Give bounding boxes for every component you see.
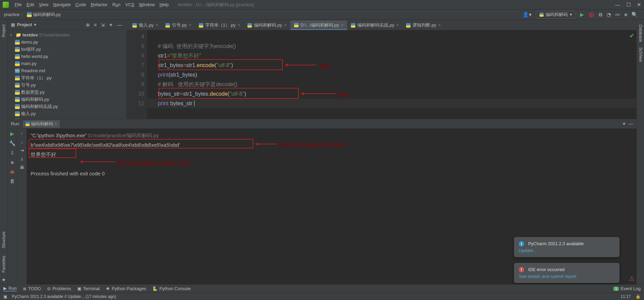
status-window-icon[interactable]: ▣	[3, 294, 7, 299]
menu-refactor[interactable]: Refactor	[88, 2, 110, 7]
print-button[interactable]: 🖶	[20, 165, 24, 170]
profile-button[interactable]: ◔	[605, 12, 613, 18]
file-name: 数据类型.py	[21, 89, 45, 95]
hide-panel-icon[interactable]: —	[116, 22, 123, 28]
project-tree[interactable]: ▾ 📁 testdev D:\code\testdev demo.pyfor循环…	[7, 30, 126, 119]
editor-tab[interactable]: D:\...\编码和解码.py×	[290, 20, 347, 30]
tree-file[interactable]: 输入.py	[7, 110, 126, 117]
editor-code[interactable]: # 编码 使用的关键字为encode() str1="世界您不好" str1_b…	[147, 30, 637, 119]
rerun-button[interactable]: ▶	[10, 131, 14, 137]
editor-tab[interactable]: 编码和解码实战.py×	[347, 20, 402, 30]
editor-tab[interactable]: 编码和解码.py×	[244, 20, 290, 30]
minimize-button[interactable]: —	[615, 2, 620, 8]
favorites-star-icon[interactable]: ★	[2, 277, 6, 282]
user-icon[interactable]: 👤▾	[520, 12, 534, 18]
maximize-button[interactable]: ☐	[626, 2, 631, 8]
tree-root[interactable]: ▾ 📁 testdev D:\code\testdev	[7, 31, 126, 38]
menu-edit[interactable]: Edit	[24, 2, 36, 7]
tool-database[interactable]: Database	[638, 22, 644, 45]
menu-vcs[interactable]: VCS	[123, 2, 137, 7]
close-icon[interactable]: ×	[238, 23, 240, 28]
run-config-selector[interactable]: 编码和解码 ▾	[536, 11, 576, 19]
editor-tab[interactable]: 字符串（1）.py×	[195, 20, 244, 30]
run-settings-icon[interactable]: ✶	[622, 121, 626, 126]
tree-file[interactable]: for循环.py	[7, 46, 126, 53]
stop-button[interactable]: ■	[11, 159, 14, 165]
run-hide-icon[interactable]: —	[629, 121, 633, 126]
tool-favorites[interactable]: Favorites	[1, 253, 7, 275]
tool-sciview[interactable]: SciView	[638, 45, 644, 64]
event-log-button[interactable]: 1 Event Log	[613, 286, 641, 291]
trash-button[interactable]: 🗑	[10, 178, 15, 184]
tree-file[interactable]: hello world.py	[7, 53, 126, 60]
console-output[interactable]: "C:\python 3\python.exe" D:/code/practic…	[27, 129, 637, 284]
tree-file[interactable]: 输出.py	[7, 117, 126, 119]
menu-view[interactable]: View	[36, 2, 51, 7]
lock-icon[interactable]: 🔒	[635, 294, 641, 299]
cursor-position[interactable]: 11:17	[621, 294, 631, 299]
menu-help[interactable]: Help	[157, 2, 171, 7]
expand-icon[interactable]: ⇲	[100, 22, 106, 28]
tree-file[interactable]: 编码和解码实战.py	[7, 103, 126, 110]
scroll-end-button[interactable]: ⤓	[20, 156, 24, 161]
bottom-problems[interactable]: ⊘ Problems	[47, 286, 71, 291]
tree-file[interactable]: main.py	[7, 60, 126, 67]
editor-tab[interactable]: 输入.py×	[129, 20, 162, 30]
menu-code[interactable]: Code	[73, 2, 88, 7]
stop-button[interactable]: ■	[622, 12, 629, 17]
tool-structure[interactable]: Structure	[1, 229, 7, 251]
close-icon[interactable]: ×	[396, 23, 399, 28]
close-icon[interactable]: ×	[156, 23, 158, 28]
error-indicator-icon[interactable]: ⚠	[629, 275, 634, 282]
bottom-terminal[interactable]: ▣ Terminal	[77, 286, 100, 291]
settings-icon[interactable]: ✶	[108, 22, 114, 28]
close-icon[interactable]: ×	[54, 121, 57, 126]
close-icon[interactable]: ×	[438, 23, 441, 28]
run-button[interactable]: ▶	[578, 12, 586, 18]
bottom-console[interactable]: 🐍 Python Console	[152, 286, 191, 291]
close-button[interactable]: ✕	[637, 2, 641, 8]
project-header[interactable]: Project	[17, 22, 32, 27]
bottom-todo[interactable]: ≣ TODO	[23, 286, 41, 291]
tree-file[interactable]: 字符串（1）.py	[7, 74, 126, 81]
close-icon[interactable]: ×	[341, 23, 343, 28]
close-icon[interactable]: ×	[189, 23, 191, 28]
soft-wrap-button[interactable]: ⇥	[20, 148, 24, 153]
error-link[interactable]: See details and submit report	[519, 274, 615, 279]
tree-file[interactable]: demo.py	[7, 38, 126, 46]
breadcrumb-root[interactable]: practice	[4, 12, 20, 17]
menu-window[interactable]: Window	[136, 2, 157, 7]
status-message[interactable]: PyCharm 2021.2.3 available // Update... …	[12, 294, 116, 299]
debug-button[interactable]: 🐞	[586, 12, 597, 18]
up-stack-button[interactable]: ↑	[21, 131, 23, 136]
menu-file[interactable]: File	[12, 2, 24, 7]
editor-tab[interactable]: 逻辑判断.py×	[402, 20, 444, 30]
editor-tab[interactable]: 引号.py×	[162, 20, 195, 30]
run-tab[interactable]: 编码和解码 ×	[23, 120, 60, 128]
collapse-icon[interactable]: ≡	[93, 22, 98, 28]
breadcrumb-file[interactable]: 编码和解码.py	[33, 12, 61, 18]
tree-file[interactable]: 编码和解码.py	[7, 96, 126, 103]
tree-file[interactable]: 引号.py	[7, 81, 126, 89]
bottom-packages[interactable]: ❖ Python Packages	[106, 286, 146, 291]
chevron-down-icon[interactable]: ▾	[34, 22, 36, 27]
tool-project[interactable]: Project	[1, 22, 7, 40]
concurrency-button[interactable]: ≔	[613, 12, 622, 18]
target-icon[interactable]: ⊕	[85, 22, 91, 28]
coverage-button[interactable]: ⧉	[597, 12, 605, 18]
checkmark-icon[interactable]: ✔	[629, 32, 634, 40]
update-link[interactable]: Update...	[519, 248, 615, 253]
edit-config-button[interactable]: 🔧	[9, 140, 16, 146]
tree-file[interactable]: 数据类型.py	[7, 89, 126, 96]
menu-run[interactable]: Run	[110, 2, 123, 7]
bottom-run[interactable]: ▶ Run	[3, 286, 17, 291]
down-stack-button[interactable]: ↓	[21, 139, 23, 144]
down-button[interactable]: ⇩	[10, 150, 15, 156]
project-view-icon[interactable]: ▦	[11, 22, 15, 27]
search-everywhere-button[interactable]: 🔍	[629, 12, 640, 18]
close-icon[interactable]: ×	[284, 23, 287, 28]
exit-button[interactable]: ⏏	[10, 169, 15, 175]
menu-navigate[interactable]: Navigate	[51, 2, 73, 7]
navigation-bar: practice 〉 编码和解码.py 👤▾ 编码和解码 ▾ ▶ 🐞 ⧉ ◔ ≔…	[0, 10, 644, 20]
tree-file[interactable]: MDReadme.md	[7, 67, 126, 74]
